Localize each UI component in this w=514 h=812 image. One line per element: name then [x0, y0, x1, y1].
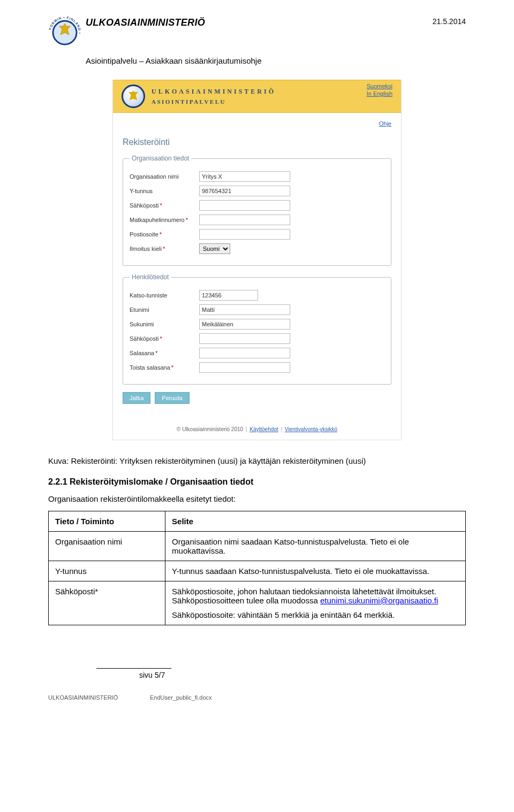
- lastname-input[interactable]: [199, 319, 290, 330]
- document-header: FORMIN • FINLAND • ULKOASIAINMINISTERIÖ …: [48, 16, 466, 51]
- cell-desc: Y-tunnus saadaan Katso-tunnistuspalvelus…: [165, 561, 466, 581]
- person-email-label: Sähköposti*: [130, 335, 199, 342]
- table-header-1: Tieto / Toiminto: [49, 511, 165, 532]
- fields-table: Tieto / Toiminto Selite Organisaation ni…: [48, 511, 466, 625]
- app-header-bar: ULKOASIAINMINISTERIÖ ASIOINTIPALVELU: [113, 80, 401, 113]
- example-email-link[interactable]: etunimi.sukunimi@organisaatio.fi: [320, 596, 438, 605]
- org-legend: Organisaation tiedot: [130, 155, 191, 162]
- phone-label: Matkapuhelinnumero*: [130, 217, 199, 223]
- org-name-input[interactable]: [199, 171, 290, 182]
- document-subtitle: Asiointipalvelu – Asiakkaan sisäänkirjau…: [86, 56, 466, 65]
- ytunnus-input[interactable]: [199, 186, 290, 196]
- document-date: 21.5.2014: [433, 17, 466, 26]
- ministry-logo: FORMIN • FINLAND •: [48, 16, 86, 51]
- address-label: Postiosoite*: [130, 231, 199, 238]
- ytunnus-label: Y-tunnus: [130, 188, 199, 194]
- footer-ministry: ULKOASIAINMINISTERIÖ: [48, 694, 150, 701]
- app-screenshot: Suomeksi In English ULKOASIAINMINISTERIÖ…: [112, 80, 402, 440]
- help-link[interactable]: Ohje: [379, 120, 391, 127]
- firstname-label: Etunimi: [130, 307, 199, 313]
- phone-input[interactable]: [199, 215, 290, 225]
- address-input[interactable]: [199, 229, 290, 240]
- app-footer: © Ulkoasiainministeriö 2010 | Käyttöehdo…: [113, 411, 401, 440]
- notify-lang-select[interactable]: Suomi: [199, 243, 230, 254]
- org-email-label: Sähköposti*: [130, 202, 199, 209]
- password-input[interactable]: [199, 348, 290, 358]
- person-legend: Henkilötiedot: [130, 273, 171, 281]
- continue-button[interactable]: Jatka: [123, 392, 150, 404]
- ministry-title: ULKOASIAINMINISTERIÖ: [86, 17, 205, 28]
- footer-unit-link[interactable]: Vientivalvonta-yksikkö: [285, 426, 337, 432]
- intro-paragraph: Organisaation rekisteröintilomakkeella e…: [48, 494, 466, 503]
- document-footer: sivu 5/7 ULKOASIAINMINISTERIÖ EndUser_pu…: [48, 668, 466, 701]
- katso-input[interactable]: [199, 290, 258, 301]
- cell-field: Y-tunnus: [49, 561, 165, 581]
- page-number: sivu 5/7: [139, 671, 466, 679]
- password-label: Salasana*: [130, 350, 199, 356]
- org-fieldset: Organisaation tiedot Organisaation nimi …: [123, 155, 391, 266]
- table-row: Organisaation nimi Organisaation nimi sa…: [49, 532, 466, 561]
- table-header-2: Selite: [165, 511, 466, 532]
- person-fieldset: Henkilötiedot Katso-tunniste Etunimi Suk…: [123, 273, 391, 385]
- form-title: Rekisteröinti: [123, 137, 391, 147]
- notify-lang-label: Ilmoitus kieli*: [130, 246, 199, 252]
- password2-input[interactable]: [199, 362, 290, 373]
- app-service-line: ASIOINTIPALVELU: [152, 97, 276, 106]
- firstname-input[interactable]: [199, 304, 290, 315]
- section-heading: 2.2.1 Rekisteröitymislomake / Organisaat…: [48, 477, 466, 487]
- app-ministry-line: ULKOASIAINMINISTERIÖ: [152, 87, 276, 96]
- footer-terms-link[interactable]: Käyttöehdot: [250, 426, 278, 432]
- footer-filename: EndUser_public_fi.docx: [150, 694, 212, 701]
- cell-desc: Sähköpostiosoite, johon halutaan tiedoks…: [165, 581, 466, 625]
- cell-desc: Organisaation nimi saadaan Katso-tunnist…: [165, 532, 466, 561]
- person-email-input[interactable]: [199, 333, 290, 344]
- katso-label: Katso-tunniste: [130, 292, 199, 298]
- lastname-label: Sukunimi: [130, 321, 199, 327]
- figure-caption: Kuva: Rekisteröinti: Yrityksen rekisterö…: [48, 456, 466, 465]
- cell-field: Organisaation nimi: [49, 532, 165, 561]
- password2-label: Toista salasana*: [130, 364, 199, 371]
- org-name-label: Organisaation nimi: [130, 173, 199, 180]
- app-logo-icon: [122, 85, 145, 108]
- cell-field: Sähköposti*: [49, 581, 165, 625]
- table-row: Y-tunnus Y-tunnus saadaan Katso-tunnistu…: [49, 561, 466, 581]
- footer-copyright: © Ulkoasiainministeriö 2010: [177, 426, 243, 432]
- cancel-button[interactable]: Peruuta: [155, 392, 190, 404]
- org-email-input[interactable]: [199, 200, 290, 211]
- table-row: Sähköposti* Sähköpostiosoite, johon halu…: [49, 581, 466, 625]
